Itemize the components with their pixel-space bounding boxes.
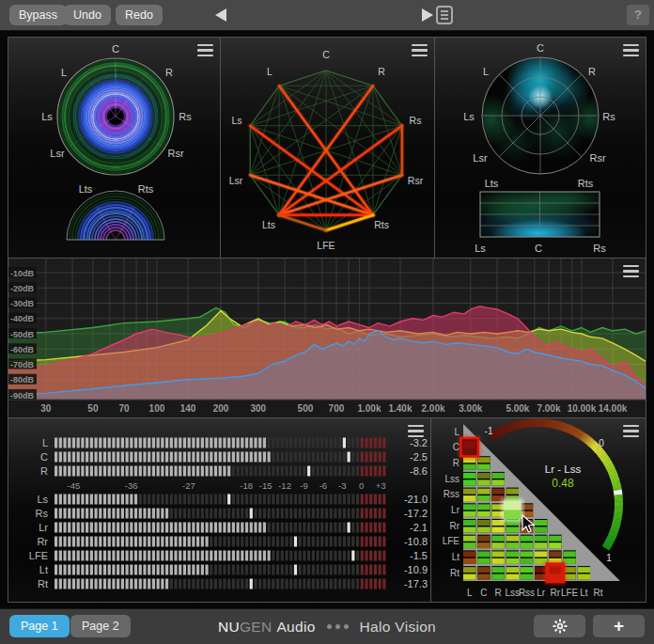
meter-segment — [219, 579, 222, 589]
history-forward-icon[interactable] — [422, 8, 433, 22]
meter-segment — [103, 509, 106, 519]
matrix-cell[interactable] — [506, 535, 519, 548]
settings-button[interactable] — [534, 615, 585, 637]
meter-segment — [117, 565, 119, 575]
matrix-cell[interactable] — [521, 535, 533, 548]
matrix-cell[interactable] — [463, 488, 475, 501]
meter-segment — [334, 466, 336, 477]
matrix-cell[interactable] — [506, 566, 519, 579]
add-panel-button[interactable]: + — [593, 615, 645, 637]
meter-segment — [157, 452, 160, 463]
matrix-cell[interactable] — [491, 550, 504, 563]
meter-segment — [356, 537, 359, 547]
meter-segment — [170, 579, 173, 589]
meter-segment — [90, 537, 93, 547]
panel-menu-icon[interactable] — [623, 425, 639, 437]
panel-menu-icon[interactable] — [623, 44, 639, 56]
gauge-arc-segment — [492, 434, 494, 435]
matrix-cell[interactable] — [477, 566, 490, 579]
meter-segment — [356, 466, 359, 477]
history-back-icon[interactable] — [215, 8, 226, 22]
meter-segment — [126, 438, 129, 448]
meter-segment — [232, 438, 235, 448]
page-1-tab[interactable]: Page 1 — [9, 615, 70, 637]
matrix-cell-hovered[interactable] — [504, 501, 521, 510]
matrix-cell[interactable] — [477, 550, 490, 563]
matrix-cell[interactable] — [535, 519, 547, 532]
matrix-cell[interactable] — [477, 503, 490, 516]
meter-segment — [81, 509, 84, 519]
meter-segment — [192, 452, 195, 463]
matrix-cell[interactable] — [578, 566, 590, 579]
meter-segment — [94, 537, 97, 547]
matrix-cell[interactable] — [463, 566, 475, 579]
matrix-cell[interactable] — [463, 550, 475, 563]
redo-button[interactable]: Redo — [116, 5, 163, 25]
meter-segment — [245, 509, 248, 519]
meter-segment — [143, 537, 146, 547]
matrix-cell[interactable] — [549, 535, 561, 548]
meter-segment — [205, 565, 208, 575]
product-name: Halo Vision — [360, 619, 436, 636]
meter-segment — [219, 452, 222, 463]
bypass-button[interactable]: Bypass — [9, 5, 67, 25]
history-list-icon[interactable] — [436, 6, 453, 24]
matrix-cell[interactable] — [535, 535, 547, 548]
undo-button[interactable]: Undo — [64, 5, 111, 25]
meter-segment — [54, 523, 57, 533]
meter-segment — [174, 523, 177, 533]
matrix-cell[interactable] — [477, 472, 490, 485]
matrix-cell[interactable] — [491, 535, 504, 548]
meter-segment — [289, 438, 292, 448]
gauge-arc-segment — [614, 475, 615, 477]
meter-segment — [303, 509, 305, 519]
matrix-cell[interactable] — [521, 566, 533, 579]
page-2-tab[interactable]: Page 2 — [70, 615, 131, 637]
panel-menu-icon[interactable] — [412, 44, 428, 56]
meter-segment — [210, 551, 212, 561]
matrix-cell[interactable] — [506, 550, 519, 563]
meter-segment — [276, 537, 279, 547]
panel-menu-icon[interactable] — [197, 44, 213, 56]
matrix-cell[interactable] — [463, 503, 475, 516]
meter-segment — [334, 438, 336, 448]
meter-segment — [68, 565, 70, 575]
meter-segment — [316, 579, 319, 589]
matrix-cell[interactable] — [477, 488, 490, 501]
gauge-arc-segment — [572, 431, 574, 432]
meter-segment — [258, 495, 261, 505]
matrix-cell[interactable] — [477, 519, 490, 532]
panel-menu-icon[interactable] — [408, 425, 424, 437]
matrix-cell[interactable] — [463, 535, 475, 548]
channel-label: R — [165, 67, 173, 78]
meter-segment — [241, 466, 243, 477]
meter-segment — [320, 466, 323, 477]
meter-segment — [143, 452, 146, 463]
meter-segment — [303, 551, 305, 561]
panel-menu-icon[interactable] — [623, 265, 639, 277]
matrix-cell[interactable] — [477, 535, 490, 548]
meter-segment — [361, 452, 364, 463]
meter-segment — [285, 537, 288, 547]
gauge-arc-segment — [594, 446, 596, 448]
gauge-arc-segment — [615, 526, 616, 528]
meter-segment — [188, 495, 191, 505]
meter-segment — [285, 579, 288, 589]
meter-segment — [268, 537, 271, 547]
matrix-cell[interactable] — [463, 472, 475, 485]
meter-segment — [307, 509, 310, 519]
meter-segment — [361, 509, 364, 519]
meter-segment — [338, 523, 341, 533]
meter-segment — [54, 466, 57, 477]
meter-segment — [112, 495, 115, 505]
matrix-cell[interactable] — [463, 519, 475, 532]
meter-scale-tick: -36 — [125, 480, 138, 491]
meter-segment — [143, 565, 146, 575]
matrix-cell[interactable] — [491, 566, 504, 579]
meter-segment — [281, 509, 284, 519]
meter-segment — [210, 579, 212, 589]
meter-segment — [86, 509, 88, 519]
help-button[interactable]: ? — [627, 5, 649, 25]
matrix-cell[interactable] — [521, 550, 533, 563]
matrix-cell[interactable] — [491, 472, 504, 485]
